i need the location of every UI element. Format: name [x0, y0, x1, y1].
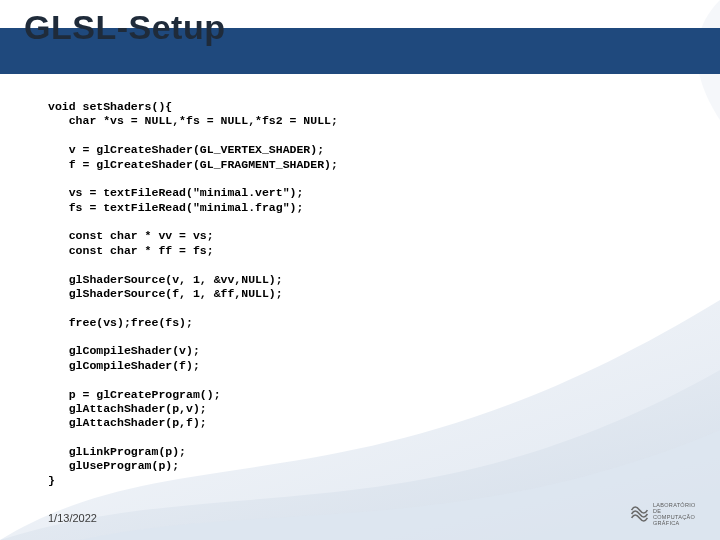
code-line: glCompileShader(v); [48, 344, 200, 357]
code-line: f = glCreateShader(GL_FRAGMENT_SHADER); [48, 158, 338, 171]
code-block: void setShaders(){ char *vs = NULL,*fs =… [48, 100, 660, 488]
wave-icon [630, 502, 649, 526]
slide: GLSL-Setup void setShaders(){ char *vs =… [0, 0, 720, 540]
code-line: glAttachShader(p,f); [48, 416, 207, 429]
code-line: glShaderSource(v, 1, &vv,NULL); [48, 273, 283, 286]
title-label: GLSL-Setup [24, 8, 225, 46]
code-line: glLinkProgram(p); [48, 445, 186, 458]
code-line: glShaderSource(f, 1, &ff,NULL); [48, 287, 283, 300]
code-line: vs = textFileRead("minimal.vert"); [48, 186, 303, 199]
code-line: const char * vv = vs; [48, 229, 214, 242]
code-line: glUseProgram(p); [48, 459, 179, 472]
code-line: } [48, 474, 55, 487]
code-line: fs = textFileRead("minimal.frag"); [48, 201, 303, 214]
code-line: const char * ff = fs; [48, 244, 214, 257]
page-title: GLSL-Setup [24, 8, 233, 47]
logo-line: GRÁFICA [653, 520, 698, 526]
code-line: v = glCreateShader(GL_VERTEX_SHADER); [48, 143, 324, 156]
code-line: char *vs = NULL,*fs = NULL,*fs2 = NULL; [48, 114, 338, 127]
footer-date: 1/13/2022 [48, 512, 97, 524]
code-line: void setShaders(){ [48, 100, 172, 113]
logo-line: DE COMPUTAÇÃO [653, 508, 698, 520]
code-line: glCompileShader(f); [48, 359, 200, 372]
footer-logo: LABORATÓRIO DE COMPUTAÇÃO GRÁFICA [630, 498, 698, 530]
code-line: p = glCreateProgram(); [48, 388, 221, 401]
code-line: free(vs);free(fs); [48, 316, 193, 329]
code-line: glAttachShader(p,v); [48, 402, 207, 415]
logo-text: LABORATÓRIO DE COMPUTAÇÃO GRÁFICA [653, 502, 698, 526]
